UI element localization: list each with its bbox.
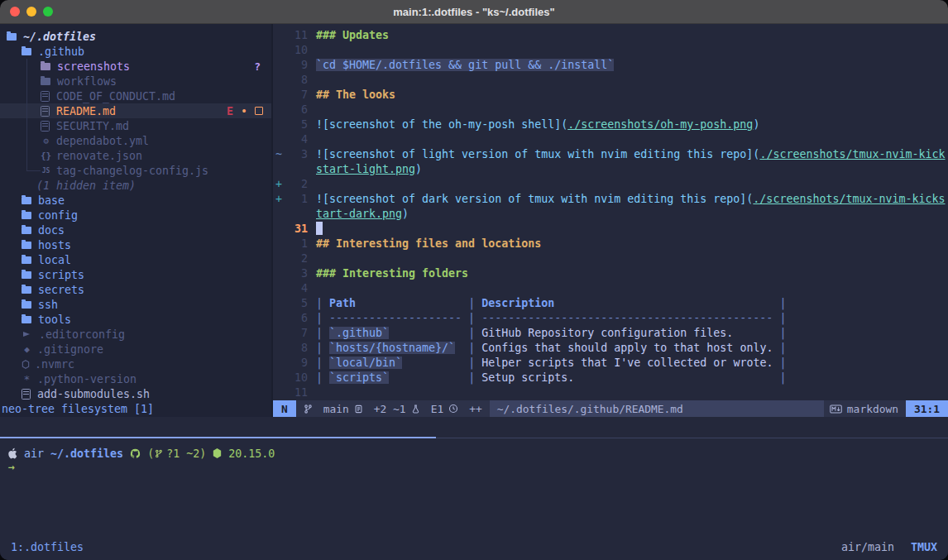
editor-line[interactable]: ~3![screenshot of light version of tmux … xyxy=(273,147,948,162)
tree-item[interactable]: (1 hidden item) xyxy=(0,178,271,193)
tmux-badge: TMUX xyxy=(911,541,937,553)
line-number: 6 xyxy=(286,103,308,117)
editor-line[interactable]: 3### Interesting folders xyxy=(273,266,948,281)
tmux-window-label[interactable]: 1:.dotfiles xyxy=(11,541,84,553)
line-text: ## Interesting files and locations xyxy=(316,237,541,251)
line-text: start-light.png) xyxy=(316,162,422,177)
tree-item[interactable]: tools xyxy=(0,312,271,327)
editor-line[interactable]: 8 xyxy=(273,73,948,88)
line-number: 10 xyxy=(286,43,308,58)
tree-item[interactable]: base xyxy=(0,193,271,208)
gutter-sign: + xyxy=(273,192,286,207)
tmux-pane-divider[interactable] xyxy=(0,437,948,438)
editor-line[interactable]: 4 xyxy=(273,132,948,147)
titlebar[interactable]: main:1:.dotfiles - "ks~/.dotfiles" xyxy=(0,0,948,24)
pennant-icon xyxy=(23,332,30,337)
close-button[interactable] xyxy=(10,7,20,17)
line-number xyxy=(286,207,308,222)
active-pane-border xyxy=(0,437,436,438)
tree-item[interactable]: .editorconfig xyxy=(0,327,271,342)
tree-item[interactable]: workflows xyxy=(0,74,271,89)
braces-icon: {} xyxy=(41,151,51,161)
prompt-arrow[interactable]: → xyxy=(0,461,948,476)
editor-line[interactable]: tart-dark.png) xyxy=(273,207,948,222)
tree-item[interactable]: JStag-changelog-config.js xyxy=(0,163,271,178)
editor-line[interactable]: 10| `scripts` | Setup scripts. | xyxy=(273,371,948,385)
editor-line[interactable]: +2 xyxy=(273,177,948,192)
gutter-sign xyxy=(273,88,286,103)
editor-line[interactable]: 1## Interesting files and locations xyxy=(273,237,948,251)
editor-line[interactable]: 4 xyxy=(273,281,948,296)
zoom-button[interactable] xyxy=(43,7,53,17)
editor-buffer[interactable]: 11### Updates109`cd $HOME/.dotfiles && g… xyxy=(273,24,948,400)
tree-guide-line xyxy=(26,103,41,118)
editor-line[interactable]: 9`cd $HOME/.dotfiles && git pull && ./in… xyxy=(273,58,948,73)
tree-item[interactable]: CODE_OF_CONDUCT.md xyxy=(0,89,271,103)
gutter-sign xyxy=(273,356,286,371)
tree-item[interactable]: scripts xyxy=(0,267,271,282)
folder-icon xyxy=(22,316,31,323)
tree-item[interactable]: ~/.dotfiles xyxy=(0,29,271,44)
tree-item-label: .python-version xyxy=(37,373,136,385)
tree-item-label: .github xyxy=(38,45,84,58)
line-number: 8 xyxy=(286,341,308,356)
tree-item[interactable]: SECURITY.md xyxy=(0,118,271,133)
folder-icon xyxy=(22,271,31,279)
tree-item-label: (1 hidden item) xyxy=(36,179,136,192)
window-title: main:1:.dotfiles - "ks~/.dotfiles" xyxy=(393,6,554,18)
tree-item[interactable]: ⚙dependabot.yml xyxy=(0,133,271,148)
line-text: | `.github` | GitHub Repository configur… xyxy=(316,326,786,341)
tree-item[interactable]: ssh xyxy=(0,297,271,312)
tree-item[interactable]: .github xyxy=(0,44,271,59)
traffic-lights xyxy=(10,7,53,17)
tree-item[interactable]: hosts xyxy=(0,237,271,252)
editor-pane[interactable]: 11### Updates109`cd $HOME/.dotfiles && g… xyxy=(273,24,948,417)
tree-item[interactable]: screenshots? xyxy=(0,59,271,74)
tree-item-label: screenshots xyxy=(57,60,130,73)
javascript-icon: JS xyxy=(41,167,51,175)
git-untracked-badge: ? xyxy=(254,60,271,73)
tree-item[interactable]: add-submodules.sh xyxy=(0,386,271,401)
editor-line[interactable]: 31 xyxy=(273,222,948,237)
tree-item-label: docs xyxy=(38,224,65,237)
editor-line[interactable]: 5![screenshot of the oh-my-posh shell](.… xyxy=(273,117,948,132)
tmux-status-bar: 1:.dotfiles air/main TMUX xyxy=(0,537,948,557)
editor-line[interactable]: 6| -------------------- | --------------… xyxy=(273,311,948,326)
tree-item[interactable]: local xyxy=(0,252,271,267)
minimize-button[interactable] xyxy=(26,7,36,17)
tree-item[interactable]: docs xyxy=(0,223,271,237)
tree-item[interactable]: {}renovate.json xyxy=(0,148,271,163)
tree-item[interactable]: .nvmrc xyxy=(0,357,271,371)
editor-line[interactable]: 2 xyxy=(273,251,948,266)
editor-line[interactable]: 5| Path | Description | xyxy=(273,296,948,311)
editor-line[interactable]: 7| `.github` | GitHub Repository configu… xyxy=(273,326,948,341)
editor-line[interactable]: 10 xyxy=(273,43,948,58)
editor-line[interactable]: start-light.png) xyxy=(273,162,948,177)
tree-item-label: CODE_OF_CONDUCT.md xyxy=(56,90,175,103)
tree-item[interactable]: ◆.gitignore xyxy=(0,342,271,357)
tree-item[interactable]: *.python-version xyxy=(0,371,271,386)
editor-line[interactable]: 7## The looks xyxy=(273,88,948,103)
shell-pane[interactable]: air ~/.dotfiles (?1 ~2) 20.15.0 → 1:.dot… xyxy=(0,417,948,560)
tree-item[interactable]: config xyxy=(0,208,271,223)
tree-item-label: ssh xyxy=(38,299,58,311)
pending-changes: ++ xyxy=(469,403,482,415)
tree-item[interactable]: secrets xyxy=(0,282,271,297)
line-text: | `hosts/{hostname}/` | Configs that sho… xyxy=(316,341,786,356)
gutter-sign xyxy=(273,207,286,222)
editor-line[interactable]: 9| `local/bin` | Helper scripts that I'v… xyxy=(273,356,948,371)
editor-line[interactable]: 11 xyxy=(273,385,948,400)
folder-icon xyxy=(22,212,31,219)
gutter-sign xyxy=(273,251,286,266)
editor-line[interactable]: 11### Updates xyxy=(273,28,948,43)
line-text: ![screenshot of dark version of tmux wit… xyxy=(316,192,946,207)
gutter-sign xyxy=(273,385,286,400)
editor-line[interactable]: 6 xyxy=(273,103,948,117)
tree-guide-line xyxy=(26,74,41,89)
tree-item[interactable]: README.mdE• xyxy=(0,103,271,118)
markdown-file-icon xyxy=(41,121,50,132)
editor-line[interactable]: 8| `hosts/{hostname}/` | Configs that sh… xyxy=(273,341,948,356)
line-number xyxy=(286,162,308,177)
editor-line[interactable]: +1![screenshot of dark version of tmux w… xyxy=(273,192,948,207)
git-status-counts: ?1 ~2) xyxy=(166,448,206,460)
